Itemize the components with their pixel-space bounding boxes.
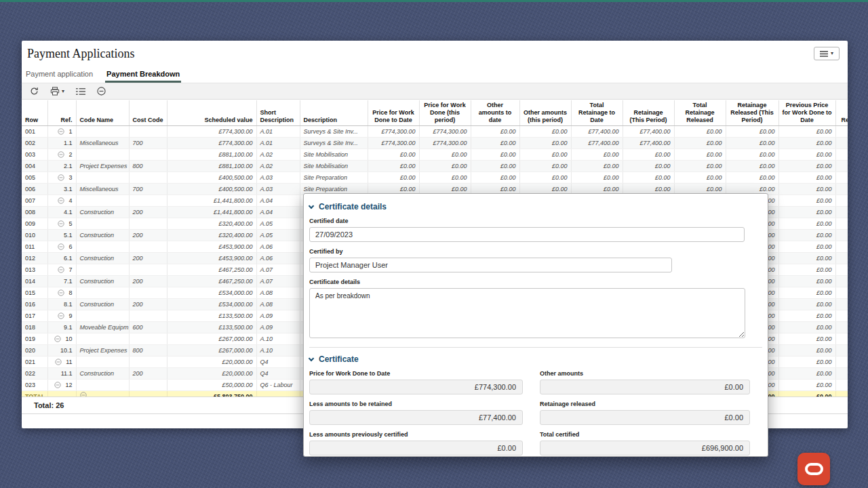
certificate-details-section-toggle[interactable]: Certificate details <box>309 202 762 211</box>
cost-code-cell: 200 <box>129 368 167 380</box>
print-button[interactable]: ▾ <box>50 87 64 96</box>
column-header-scheduled-value[interactable]: Scheduled value <box>167 100 256 126</box>
description-cell: Surveys & Site Inv... <box>300 138 368 149</box>
scheduled-value-cell: £320,400.00 <box>167 218 256 230</box>
less-amounts-previously-certified-label: Less amounts previously certified <box>309 431 523 438</box>
short-description-cell: A.06 <box>256 253 300 264</box>
clipped-cell <box>835 207 848 218</box>
short-description-cell: A.09 <box>256 322 300 333</box>
row-number: 010 <box>22 230 47 241</box>
short-description-cell: A.03 <box>256 172 300 184</box>
retainage-released-input[interactable] <box>540 410 750 425</box>
column-header-short-description[interactable]: Short Description <box>256 100 300 126</box>
table-row-001[interactable]: 0011£774,300.00A.01Surveys & Site Inv...… <box>22 126 848 138</box>
amount-cell: £0.00 <box>471 161 519 172</box>
column-header-total-retainage-to-date[interactable]: Total Retainage to Date <box>571 100 623 126</box>
amount-cell: £0.00 <box>778 333 835 345</box>
window-header: Payment Applications ▾ <box>22 41 848 66</box>
table-row-002[interactable]: 0021.1Miscellaneous700£774,300.00A.01Sur… <box>22 138 848 149</box>
column-header-retainage[interactable]: Retainage <box>835 100 848 126</box>
refresh-button[interactable] <box>30 87 39 96</box>
record-count: Total: 26 <box>34 401 64 409</box>
minus-circle-icon <box>58 128 64 135</box>
amount-cell: £0.00 <box>778 253 835 264</box>
table-row-003[interactable]: 0032£881,100.00A.02Site Mobilisation£0.0… <box>22 149 848 161</box>
certified-date-field: Certified date <box>309 218 762 242</box>
description-cell: Surveys & Site Inv... <box>300 126 368 138</box>
column-header-code-name[interactable]: Code Name <box>76 100 129 126</box>
cost-code-cell <box>129 333 167 345</box>
scheduled-value-cell: £20,000.00 <box>167 357 256 368</box>
row-number: 003 <box>22 149 47 161</box>
row-number: 007 <box>22 195 47 207</box>
tab-payment-application[interactable]: Payment application <box>24 66 94 83</box>
grid-options-button[interactable] <box>76 87 85 96</box>
other-amounts-input[interactable] <box>540 380 750 394</box>
certificate-section-toggle[interactable]: Certificate <box>309 354 762 364</box>
row-number: 008 <box>22 207 47 218</box>
column-header-price-for-work-done-this-period-[interactable]: Price for Work Done (this period) <box>419 100 471 126</box>
amount-cell: £0.00 <box>519 161 571 172</box>
price-for-work-done-to-date-input[interactable] <box>309 380 523 394</box>
caret-down-icon: ▾ <box>831 51 833 56</box>
certified-date-input[interactable] <box>309 227 745 242</box>
row-ref: 9.1 <box>47 322 76 333</box>
less-amounts-to-be-retained-input[interactable] <box>309 410 523 425</box>
window-menu-button[interactable]: ▾ <box>814 47 840 60</box>
amount-cell: £0.00 <box>419 172 471 184</box>
code-name-cell: Project Expenses <box>76 345 129 357</box>
short-description-cell: A.02 <box>256 161 300 172</box>
table-row-005[interactable]: 0053£400,500.00A.03Site Preparation£0.00… <box>22 172 848 184</box>
scheduled-value-cell: £534,000.00 <box>167 287 256 299</box>
row-number: 013 <box>22 264 47 276</box>
short-description-cell: A.06 <box>256 241 300 253</box>
row-ref: 8 <box>47 287 76 299</box>
oracle-chat-button[interactable] <box>797 453 830 485</box>
clipped-cell <box>835 391 848 396</box>
column-header-retainage-this-period-[interactable]: Retainage (This Period) <box>623 100 674 126</box>
chevron-down-icon <box>309 355 314 361</box>
row-number: 022 <box>22 368 47 380</box>
row-ref: 8.1 <box>47 299 76 310</box>
page-title: Payment Applications <box>27 47 840 61</box>
scheduled-value-cell: £50,000.00 <box>167 380 256 391</box>
column-header-retainage-released-this-period-[interactable]: Retainage Released (This Period) <box>726 100 778 126</box>
amount-cell: £0.00 <box>623 149 674 161</box>
row-ref: 7 <box>47 264 76 276</box>
column-header-row[interactable]: Row <box>22 100 47 126</box>
clipped-cell <box>835 230 848 241</box>
scheduled-value-cell: £774,300.00 <box>167 126 256 138</box>
cost-code-cell: 700 <box>129 138 167 149</box>
code-name-cell: Miscellaneous <box>76 184 129 195</box>
column-header-cost-code[interactable]: Cost Code <box>129 100 167 126</box>
code-name-cell <box>76 287 129 299</box>
code-name-cell <box>76 149 129 161</box>
short-description-cell: A.05 <box>256 218 300 230</box>
row-number: 012 <box>22 253 47 264</box>
column-header-description[interactable]: Description <box>300 100 368 126</box>
cost-code-cell: 600 <box>129 322 167 333</box>
column-header-price-for-work-done-to-date[interactable]: Price for Work Done to Date <box>368 100 419 126</box>
less-amounts-previously-certified-input[interactable] <box>309 441 523 455</box>
scheduled-value-cell: £881,100.00 <box>167 149 256 161</box>
amount-cell: £0.00 <box>674 126 726 138</box>
column-header-other-amounts-to-date[interactable]: Other amounts to date <box>471 100 519 126</box>
scheduled-value-cell: £774,300.00 <box>167 138 256 149</box>
amount-cell: £0.00 <box>726 126 778 138</box>
column-header-previous-price-for-work-done-to-date[interactable]: Previous Price for Work Done to Date <box>778 100 835 126</box>
tab-payment-breakdown[interactable]: Payment Breakdown <box>105 66 181 83</box>
collapse-all-button[interactable] <box>97 87 106 96</box>
clipped-cell <box>835 322 848 333</box>
scheduled-value-cell: £267,000.00 <box>167 333 256 345</box>
column-header-total-retainage-released[interactable]: Total Retainage Released <box>674 100 726 126</box>
amount-cell: £0.00 <box>471 138 519 149</box>
certified-by-input[interactable] <box>309 258 672 272</box>
clipped-cell <box>835 310 848 322</box>
minus-circle-icon <box>54 382 61 388</box>
column-header-ref-[interactable]: Ref. <box>47 100 76 126</box>
certificate-details-textarea[interactable]: As per breakdown <box>309 288 745 338</box>
scheduled-value-cell: £453,900.00 <box>167 253 256 264</box>
table-row-004[interactable]: 0042.1Project Expenses800£881,100.00A.02… <box>22 161 848 172</box>
column-header-other-amounts-this-period-[interactable]: Other amounts (this period) <box>519 100 571 126</box>
total-certified-input[interactable] <box>540 441 750 455</box>
